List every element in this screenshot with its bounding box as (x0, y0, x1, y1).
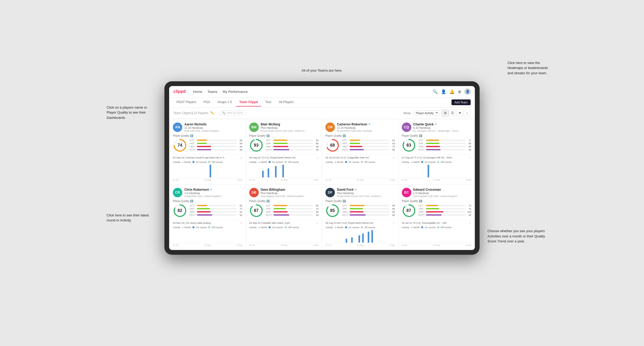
player-name[interactable]: Cameron Robertson ✔ (337, 123, 395, 126)
chart-bar (428, 165, 429, 177)
player-header: AN Aaron Nicholls 11-15 Handicap Drift G… (173, 123, 242, 132)
user-icon[interactable]: 👤 (441, 89, 446, 94)
player-card-7[interactable]: EC Edward Crossman 1-5 Handicap Sunningd… (399, 185, 475, 249)
player-card-1[interactable]: BM Blair McHarg Plus Handicap Royal Nort… (246, 119, 322, 184)
score-circle[interactable]: 85 (325, 204, 340, 218)
stats-bars: OTT 77 APP 80 ARG 83 PU (419, 139, 471, 152)
round-text: 03 Mar 23 | 19, Must make putting (173, 221, 211, 224)
score-circle[interactable]: 68 (325, 138, 340, 152)
verified-icon: ✔ (435, 123, 437, 126)
tab-all-players[interactable]: All Players (276, 98, 297, 107)
activity-label: Activity · 1 Month (173, 226, 191, 229)
player-name[interactable]: David Ford ✔ (337, 188, 395, 191)
activity-header: Activity · 1 Month On course Off course (325, 226, 395, 229)
player-info: Aaron Nicholls 11-15 Handicap Drift Golf… (184, 123, 242, 132)
score-circle[interactable]: 93 (249, 138, 263, 152)
bell-icon[interactable]: 🔔 (449, 89, 455, 94)
player-card-2[interactable]: CR Cameron Robertson ✔ 11-15 Handicap Ro… (322, 119, 398, 184)
tab-pgat[interactable]: PGAT Players (173, 98, 199, 107)
on-course-text: On course (425, 226, 436, 229)
avatar-icon[interactable]: 👤 (464, 88, 471, 95)
annotation-left-bottom: Click here to see their latest round or … (107, 213, 149, 223)
add-team-button[interactable]: Add Team (451, 99, 471, 105)
score-circle[interactable]: 74 (173, 138, 187, 152)
latest-round[interactable]: 03 Mar 23 | 19, Must make putting → (173, 220, 242, 225)
grid-view-btn[interactable]: ⊞ (442, 110, 449, 116)
player-name[interactable]: Charlie Quick ✔ (413, 123, 471, 126)
player-info: Chris Robertson ✔ 1-5 Handicap Craigmill… (184, 188, 242, 198)
player-card-6[interactable]: DF David Ford ✔ Plus Handicap Royal Nort… (322, 185, 398, 249)
latest-round[interactable]: 07 Aug 23 77 (+7), St George's Hill GC -… (402, 155, 471, 159)
stat-row: PUTT 91 (190, 214, 242, 216)
player-name[interactable]: Chris Robertson ✔ (184, 188, 242, 191)
nav-home[interactable]: Home (193, 89, 202, 95)
nav-my-performance[interactable]: My Performance (223, 89, 248, 95)
latest-round[interactable]: 26 Aug 23 73 (+1), Royal North Devon GC … (249, 155, 319, 159)
score-number: 85 (330, 208, 335, 213)
mini-chart (173, 164, 242, 178)
stat-row: OTT 61 (342, 139, 395, 142)
latest-round[interactable]: 02 Jul 23 59 (+17), Craigmillar Park GC … (325, 155, 395, 159)
player-card-5[interactable]: DB Dave Billingham Plus Handicap Sog Mag… (246, 185, 322, 249)
search-icon[interactable]: 🔍 (433, 89, 438, 94)
player-avatar: AN (173, 123, 182, 132)
stat-row: PUTT 94 (266, 214, 319, 216)
verified-icon: ✔ (368, 123, 370, 126)
chart-bar (282, 165, 284, 177)
score-number: 83 (407, 143, 411, 148)
round-arrow: → (468, 156, 471, 159)
quality-label: Player Quality ℹ️ (249, 200, 319, 203)
activity-section: Activity · 1 Month On course Off course … (249, 226, 319, 246)
latest-round[interactable]: 04 Sep 23 | Mobility with coach, Gym → (249, 220, 319, 225)
score-circle[interactable]: 87 (249, 204, 263, 218)
chart-bar (359, 235, 360, 243)
score-circle[interactable]: 83 (402, 138, 416, 152)
edit-icon[interactable]: ✏️ (210, 111, 214, 115)
player-card-0[interactable]: AN Aaron Nicholls 11-15 Handicap Drift G… (170, 119, 246, 184)
stat-row: APP 79 (419, 207, 471, 210)
latest-round[interactable]: 18 Jul 23 74 (+4), Sunningdale GC - Old … (402, 220, 471, 225)
tab-hcaps[interactable]: Hcaps 1-5 (214, 98, 235, 107)
tab-team-clippd[interactable]: Team Clippd (236, 98, 261, 107)
stat-row: APP 80 (342, 207, 395, 210)
nav-teams[interactable]: Teams (207, 89, 217, 95)
latest-round[interactable]: 02 Sep 23 | Sunrise round to get back in… (173, 155, 242, 159)
player-name[interactable]: Blair McHarg (261, 123, 319, 126)
quality-section: 85 OTT 89 APP 80 ARG (325, 204, 395, 218)
filter-btn[interactable]: ▼ (456, 110, 463, 116)
stats-bars: OTT 61 APP 63 ARG 75 PU (342, 139, 395, 152)
player-name[interactable]: Aaron Nicholls (184, 123, 242, 126)
round-text: 02 Sep 23 | Sunrise round to get back in… (173, 156, 226, 159)
tab-tour[interactable]: Tour (262, 98, 274, 107)
mini-chart (402, 230, 471, 243)
score-number: 82 (178, 208, 182, 213)
off-course-legend (437, 226, 439, 228)
stat-row: ARG 84 (190, 145, 242, 148)
chart-label-start: 31 Jul (325, 244, 331, 246)
player-name[interactable]: Edward Crossman (413, 188, 471, 191)
sort-btn[interactable]: ↕ (464, 110, 471, 116)
score-number: 87 (407, 208, 411, 213)
filter-placeholder: Filter by name (226, 111, 243, 114)
settings-icon[interactable]: ⊕ (458, 89, 461, 94)
chart-label-mid: 21 Aug (357, 244, 363, 246)
chart-labels: 31 Jul 21 Aug 4 Sep (173, 244, 242, 246)
list-view-btn[interactable]: ☰ (449, 110, 456, 116)
player-card-3[interactable]: CQ Charlie Quick ✔ 6-10 Handicap St. Geo… (399, 119, 475, 184)
latest-round[interactable]: 26 Aug 23 84 (+12), Royal North Devon GC… (325, 220, 395, 225)
team-filter[interactable]: 🔍 Filter by name (219, 110, 246, 115)
mini-chart (249, 164, 319, 178)
nav-icons: 🔍 👤 🔔 ⊕ 👤 (433, 88, 471, 95)
player-card-4[interactable]: CR Chris Robertson ✔ 1-5 Handicap Craigm… (170, 185, 246, 249)
score-number: 87 (254, 208, 259, 213)
player-club: Craigmillar Park, United Kingdom (184, 195, 242, 198)
off-course-legend (361, 226, 363, 228)
score-circle[interactable]: 82 (173, 204, 187, 218)
chart-label-mid: 21 Aug (433, 244, 440, 246)
show-select[interactable]: Player Activity Quality Trend (413, 110, 440, 116)
player-name[interactable]: Dave Billingham (261, 188, 319, 191)
stats-bars: OTT 84 APP 85 ARG 88 PU (266, 139, 319, 152)
tab-pga[interactable]: PGA (200, 98, 213, 107)
chart-label-start: 31 Jul (402, 244, 407, 246)
score-circle[interactable]: 87 (402, 204, 416, 218)
